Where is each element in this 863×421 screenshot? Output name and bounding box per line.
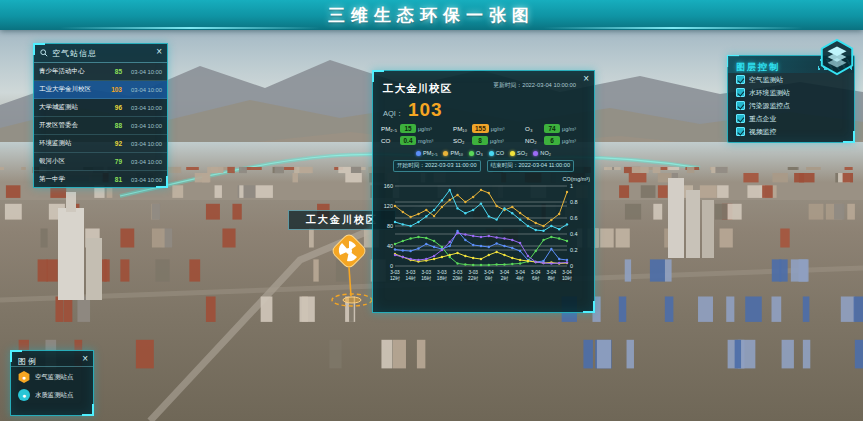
time-range-row: 开始时间：2022-03-03 11:00:00 结束时间：2022-03-04…	[373, 158, 594, 174]
start-time-value: 2022-03-03 11:00:00	[425, 162, 477, 168]
layer-rows: 空气监测站水环境监测站污染源监控点重点企业视频监控	[728, 73, 854, 138]
pollutant-item: SO₂ 8 μg/m³	[453, 136, 523, 145]
pollutant-item: O₃ 74 μg/m³	[525, 124, 586, 133]
station-name: 第一中学	[39, 175, 106, 184]
pollutant-trend-chart: 0408012016000.20.40.60.81CO(mg/m³)3-0312…	[373, 174, 594, 298]
legend-item: ●水质监测站点	[11, 385, 93, 403]
station-aqi-value: 85	[106, 68, 122, 75]
legend-item: ●空气监测站点	[11, 367, 93, 385]
top-header-bar: 三维生态环保一张图	[0, 0, 863, 30]
series-name: PM₂.₅	[423, 150, 437, 156]
legend-close-icon[interactable]: ×	[82, 354, 88, 364]
start-time-input[interactable]: 开始时间：2022-03-03 11:00:00	[393, 160, 481, 172]
popup-close-icon[interactable]: ×	[583, 74, 589, 84]
station-row[interactable]: 银河小区 79 03-04 10:00	[34, 153, 167, 171]
series-color-dot	[416, 151, 421, 156]
svg-text:3-046时: 3-046时	[531, 270, 541, 281]
pollutant-value-badge: 155	[472, 124, 489, 133]
station-aqi-value: 81	[106, 176, 122, 183]
pollutant-item: PM₁₀ 155 μg/m³	[453, 124, 523, 133]
station-name: 青少年活动中心	[39, 67, 106, 76]
svg-text:120: 120	[384, 203, 393, 209]
station-row[interactable]: 青少年活动中心 85 03-04 10:00	[34, 63, 167, 81]
pollutant-unit: μg/m³	[491, 126, 505, 132]
update-time-label: 更新时间：	[493, 82, 522, 88]
station-update-time: 03-04 10:00	[122, 123, 162, 129]
pollutant-value-badge: 15	[400, 124, 416, 133]
series-name: SO₂	[517, 150, 527, 156]
station-row[interactable]: 工业大学金川校区 103 03-04 10:00	[34, 81, 167, 99]
series-legend-item[interactable]: PM₁₀	[443, 150, 463, 156]
svg-text:3-048时: 3-048时	[547, 270, 557, 281]
legend-header: 图例 ×	[11, 351, 93, 367]
station-row[interactable]: 环境监测站 92 03-04 10:00	[34, 135, 167, 153]
app-root: 三维生态环保一张图 工大金川校区 空气站信息 × 青少年活动中心 85	[0, 0, 863, 421]
series-name: PM₁₀	[450, 150, 463, 156]
series-color-dot	[533, 151, 538, 156]
layer-label: 水环境监测站	[749, 88, 790, 98]
svg-text:3-0312时: 3-0312时	[390, 270, 400, 281]
layer-label: 空气监测站	[749, 75, 783, 85]
series-color-dot	[469, 151, 474, 156]
legend-hexagon-icon: ●	[18, 371, 30, 383]
layer-toggle-row[interactable]: 水环境监测站	[728, 86, 854, 99]
layer-checkbox[interactable]	[736, 101, 745, 110]
station-row[interactable]: 大学城监测站 96 03-04 10:00	[34, 99, 167, 117]
pollutant-grid: PM₂.₅ 15 μg/m³PM₁₀ 155 μg/m³O₃ 74 μg/m³C…	[373, 121, 594, 147]
series-legend-item[interactable]: NO₂	[533, 150, 551, 156]
svg-text:40: 40	[387, 243, 393, 249]
svg-text:3-0410时: 3-0410时	[562, 270, 572, 281]
layers-hexagon-icon[interactable]	[818, 38, 856, 76]
pollutant-value-badge: 8	[472, 136, 488, 145]
series-color-dot	[489, 151, 494, 156]
end-time-input[interactable]: 结束时间：2022-03-04 11:00:00	[487, 160, 575, 172]
pollutant-name: PM₂.₅	[381, 125, 398, 132]
station-aqi-value: 92	[106, 140, 122, 147]
start-time-label: 开始时间：	[397, 162, 425, 168]
pollutant-unit: mg/m³	[418, 138, 433, 144]
svg-text:3-0318时: 3-0318时	[437, 270, 447, 281]
pollutant-unit: μg/m³	[490, 138, 504, 144]
station-aqi-value: 96	[106, 104, 122, 111]
series-legend-item[interactable]: O₃	[469, 150, 483, 156]
station-row[interactable]: 第一中学 81 03-04 10:00	[34, 171, 167, 187]
end-time-label: 结束时间：	[491, 162, 519, 168]
layer-checkbox[interactable]	[736, 114, 745, 123]
popup-title: 工大金川校区	[383, 82, 452, 94]
station-update-time: 03-04 10:00	[122, 69, 162, 75]
station-update-time: 03-04 10:00	[122, 87, 162, 93]
series-legend-item[interactable]: SO₂	[510, 150, 527, 156]
layer-toggle-row[interactable]: 污染源监控点	[728, 99, 854, 112]
pollutant-name: SO₂	[453, 137, 470, 144]
svg-text:3-040时: 3-040时	[484, 270, 494, 281]
pollutant-name: CO	[381, 137, 398, 144]
series-legend-item[interactable]: PM₂.₅	[416, 150, 437, 156]
series-color-dot	[510, 151, 515, 156]
series-legend-item[interactable]: CO	[489, 150, 504, 156]
layer-toggle-row[interactable]: 重点企业	[728, 112, 854, 125]
layer-checkbox[interactable]	[736, 75, 745, 84]
header-decoration-right	[543, 27, 803, 29]
station-row[interactable]: 开发区管委会 88 03-04 10:00	[34, 117, 167, 135]
station-update-time: 03-04 10:00	[122, 105, 162, 111]
pollutant-name: O₃	[525, 125, 542, 132]
popup-update-time: 更新时间：2022-03-04 10:00:00	[493, 81, 576, 90]
station-marker-icon[interactable]	[330, 234, 376, 320]
right-axis-label: CO(mg/m³)	[563, 176, 591, 182]
map-legend-panel: 图例 × ●空气监测站点●水质监测站点	[10, 350, 94, 416]
layer-checkbox[interactable]	[736, 88, 745, 97]
pollutant-item: PM₂.₅ 15 μg/m³	[381, 124, 451, 133]
pollutant-value-badge: 6	[544, 136, 560, 145]
station-aqi-value: 79	[106, 158, 122, 165]
station-list-close-icon[interactable]: ×	[156, 47, 162, 57]
layer-toggle-row[interactable]: 视频监控	[728, 125, 854, 138]
svg-text:3-0314时: 3-0314时	[406, 270, 416, 281]
svg-text:0.8: 0.8	[570, 199, 578, 205]
layer-checkbox[interactable]	[736, 127, 745, 136]
chart-series-legend: PM₂.₅PM₁₀O₃COSO₂NO₂	[373, 147, 594, 158]
svg-text:1: 1	[570, 183, 573, 189]
pollutant-name: PM₁₀	[453, 125, 470, 132]
update-time-value: 2022-03-04 10:00:00	[522, 82, 576, 88]
series-name: O₃	[476, 150, 483, 156]
legend-items: ●空气监测站点●水质监测站点	[11, 367, 93, 403]
